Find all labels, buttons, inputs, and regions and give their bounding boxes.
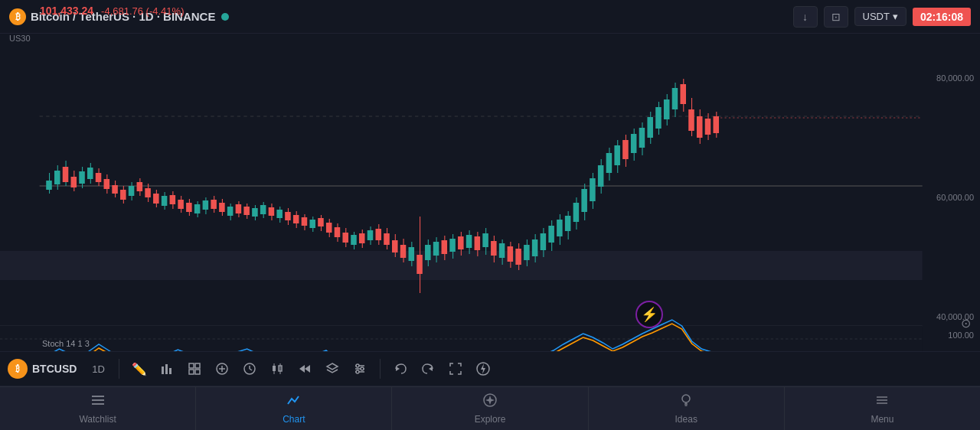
svg-rect-157 bbox=[655, 107, 662, 129]
svg-rect-61 bbox=[260, 205, 266, 214]
svg-rect-153 bbox=[639, 128, 645, 148]
svg-rect-11 bbox=[54, 171, 60, 184]
svg-rect-23 bbox=[104, 179, 110, 189]
svg-rect-95 bbox=[400, 245, 407, 258]
secondary-symbol: US30 bbox=[9, 34, 31, 43]
zoom-button[interactable]: ⊙ bbox=[961, 316, 971, 331]
bar-chart-button[interactable] bbox=[155, 357, 179, 381]
svg-rect-53 bbox=[227, 207, 234, 216]
nav-chart[interactable]: Chart bbox=[196, 387, 392, 430]
svg-rect-205 bbox=[92, 403, 104, 405]
download-button[interactable]: ↓ bbox=[793, 6, 818, 28]
layout-button[interactable]: ⊡ bbox=[824, 6, 848, 28]
time-badge: 02:16:08 bbox=[913, 8, 971, 26]
svg-rect-63 bbox=[269, 207, 275, 216]
svg-rect-51 bbox=[219, 203, 225, 212]
svg-rect-75 bbox=[318, 218, 324, 226]
layers-button[interactable] bbox=[320, 357, 345, 381]
svg-rect-29 bbox=[129, 186, 135, 196]
svg-rect-59 bbox=[252, 208, 258, 217]
svg-rect-105 bbox=[442, 240, 448, 254]
svg-rect-127 bbox=[532, 239, 538, 256]
symbol-name[interactable]: BTCUSD bbox=[32, 363, 77, 375]
svg-rect-161 bbox=[672, 88, 678, 109]
price-label-60k: 60,000.00 bbox=[917, 193, 974, 202]
lightning-indicator[interactable]: ⚡ bbox=[635, 301, 663, 328]
svg-rect-49 bbox=[211, 200, 217, 209]
watchlist-label: Watchlist bbox=[79, 414, 116, 425]
svg-line-185 bbox=[250, 369, 252, 370]
svg-rect-69 bbox=[293, 215, 299, 223]
price-change: -4,681.76 (-4.41%) bbox=[101, 5, 184, 17]
svg-point-209 bbox=[682, 395, 690, 402]
svg-rect-133 bbox=[557, 220, 563, 236]
price-label-80k: 80,000.00 bbox=[917, 73, 974, 83]
nav-explore[interactable]: Explore bbox=[392, 387, 588, 430]
clock-button[interactable] bbox=[237, 357, 262, 381]
svg-rect-169 bbox=[705, 119, 711, 135]
svg-rect-55 bbox=[236, 204, 242, 213]
svg-rect-123 bbox=[515, 249, 521, 265]
svg-rect-174 bbox=[165, 364, 168, 374]
svg-rect-35 bbox=[153, 194, 159, 204]
svg-rect-87 bbox=[368, 230, 374, 240]
ideas-label: Ideas bbox=[675, 414, 697, 425]
svg-rect-151 bbox=[631, 134, 637, 153]
svg-rect-173 bbox=[162, 366, 164, 374]
svg-rect-81 bbox=[342, 233, 348, 243]
svg-rect-45 bbox=[194, 204, 201, 213]
svg-rect-131 bbox=[548, 226, 554, 243]
svg-point-196 bbox=[356, 364, 359, 367]
svg-marker-208 bbox=[485, 396, 495, 405]
nav-ideas[interactable]: Ideas bbox=[589, 387, 785, 430]
nav-watchlist[interactable]: Watchlist bbox=[0, 387, 196, 430]
svg-rect-17 bbox=[79, 171, 85, 184]
svg-rect-155 bbox=[647, 117, 653, 138]
svg-rect-139 bbox=[581, 189, 587, 212]
svg-rect-121 bbox=[508, 246, 514, 262]
svg-rect-129 bbox=[541, 233, 547, 250]
svg-rect-159 bbox=[664, 99, 670, 119]
svg-rect-91 bbox=[384, 233, 390, 245]
svg-marker-202 bbox=[481, 363, 485, 374]
undo-button[interactable] bbox=[388, 357, 413, 381]
flash-tool-button[interactable] bbox=[471, 357, 495, 381]
stoch-label: Stoch 14 1 3 bbox=[42, 339, 90, 348]
svg-rect-99 bbox=[416, 255, 423, 274]
add-indicator-button[interactable] bbox=[210, 357, 234, 381]
chart-nav-icon bbox=[286, 393, 302, 412]
svg-rect-9 bbox=[46, 181, 52, 190]
svg-rect-41 bbox=[178, 200, 184, 209]
svg-rect-175 bbox=[169, 368, 172, 374]
menu-icon bbox=[874, 393, 890, 412]
svg-rect-206 bbox=[92, 396, 94, 397]
svg-rect-177 bbox=[195, 363, 200, 368]
currency-selector[interactable]: USDT ▾ bbox=[854, 7, 906, 26]
draw-tool-button[interactable]: ✏️ bbox=[127, 357, 152, 381]
svg-rect-149 bbox=[622, 140, 629, 159]
candle-type-button[interactable] bbox=[265, 357, 289, 381]
nav-menu[interactable]: Menu bbox=[785, 387, 980, 430]
bottom-nav: Watchlist Chart Explore Id bbox=[0, 386, 980, 430]
rewind-button[interactable] bbox=[292, 357, 317, 381]
svg-rect-93 bbox=[392, 240, 398, 252]
timeframe-selector[interactable]: 1D bbox=[86, 361, 111, 377]
svg-rect-135 bbox=[565, 216, 571, 231]
svg-rect-33 bbox=[145, 188, 151, 197]
settings-button[interactable] bbox=[348, 357, 372, 381]
svg-rect-47 bbox=[203, 200, 209, 210]
svg-rect-145 bbox=[606, 153, 612, 173]
svg-rect-137 bbox=[573, 203, 580, 222]
svg-rect-27 bbox=[120, 190, 126, 200]
bitcoin-logo: ₿ bbox=[9, 8, 26, 25]
menu-label: Menu bbox=[871, 414, 893, 425]
svg-rect-147 bbox=[614, 145, 620, 165]
redo-button[interactable] bbox=[416, 357, 440, 381]
grid-button[interactable] bbox=[182, 357, 207, 381]
svg-rect-89 bbox=[375, 229, 381, 240]
svg-rect-107 bbox=[449, 239, 456, 252]
svg-marker-200 bbox=[429, 366, 433, 371]
symbol-section: ₿ BTCUSD bbox=[8, 359, 77, 379]
fullscreen-button[interactable] bbox=[443, 357, 468, 381]
svg-rect-71 bbox=[302, 217, 308, 226]
